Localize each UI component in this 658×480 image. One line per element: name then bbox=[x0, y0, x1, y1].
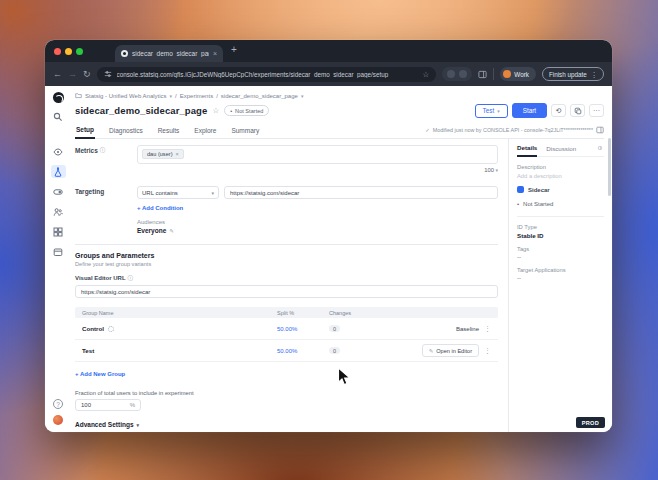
collapse-panel-icon[interactable] bbox=[596, 126, 604, 134]
tab-close-icon[interactable]: × bbox=[213, 50, 217, 57]
tab-diagnostics[interactable]: Diagnostics bbox=[108, 124, 144, 138]
tab-details[interactable]: Details bbox=[517, 144, 537, 157]
metrics-icon[interactable] bbox=[51, 225, 66, 238]
start-button[interactable]: Start bbox=[512, 103, 547, 118]
expand-panel-icon[interactable] bbox=[596, 146, 604, 154]
test-button[interactable]: Test ▾ bbox=[475, 104, 508, 118]
group-changes: 0 bbox=[329, 348, 387, 354]
more-options-button[interactable]: ··· bbox=[589, 104, 604, 117]
tab-results[interactable]: Results bbox=[157, 124, 181, 138]
modified-note-text: Modified just now by CONSOLE API - conso… bbox=[433, 127, 593, 133]
advanced-settings-toggle[interactable]: Advanced Settings ▾ bbox=[75, 421, 498, 428]
sidebar-status-label: Not Started bbox=[523, 201, 553, 207]
browser-tab[interactable]: sidecar_demo_sidecar_pag × bbox=[115, 45, 223, 62]
search-icon[interactable] bbox=[51, 110, 66, 123]
group-name-text: Test bbox=[82, 347, 94, 354]
statsig-favicon bbox=[121, 50, 128, 57]
tab-title: sidecar_demo_sidecar_pag bbox=[132, 50, 209, 57]
sidebar-tabs: Details Discussion bbox=[517, 144, 604, 157]
metrics-label-text: Metrics bbox=[75, 147, 98, 173]
metrics-label: Metrics ⓘ bbox=[75, 145, 137, 173]
breadcrumb-page[interactable]: sidecar_demo_sidecar_page bbox=[221, 93, 298, 99]
help-icon[interactable]: ? bbox=[53, 399, 63, 409]
metrics-count-select[interactable]: 100 ▾ bbox=[137, 167, 498, 173]
scrollbar-thumb[interactable] bbox=[608, 138, 611, 196]
close-window-button[interactable] bbox=[54, 48, 61, 55]
zoom-window-button[interactable] bbox=[76, 48, 83, 55]
id-type-value: Stable ID bbox=[517, 232, 604, 239]
catalog-icon[interactable] bbox=[51, 245, 66, 258]
condition-operator-select[interactable]: URL contains ▾ bbox=[137, 186, 219, 199]
advanced-settings-label: Advanced Settings bbox=[75, 421, 134, 428]
extension-icon-2[interactable] bbox=[459, 70, 467, 78]
tab-discussion[interactable]: Discussion bbox=[546, 145, 576, 156]
extension-icon-1[interactable] bbox=[447, 70, 455, 78]
description-placeholder[interactable]: Add a description bbox=[517, 173, 604, 179]
browser-menu-icon[interactable]: ⋮ bbox=[591, 71, 597, 78]
tag-chip[interactable]: Sidecar bbox=[517, 186, 604, 193]
site-info-icon[interactable] bbox=[104, 70, 112, 78]
audiences-label: Audiences bbox=[137, 219, 498, 225]
profile-chip[interactable]: Work bbox=[500, 67, 536, 81]
open-in-editor-button[interactable]: ✎ Open in Editor bbox=[422, 344, 479, 357]
visual-editor-url-label: Visual Editor URL ⓘ bbox=[75, 275, 498, 282]
add-new-group-link[interactable]: + Add New Group bbox=[75, 371, 498, 377]
experiments-icon[interactable] bbox=[51, 165, 66, 178]
tab-explore[interactable]: Explore bbox=[193, 124, 217, 138]
browser-window: sidecar_demo_sidecar_pag × + ← → ↻ conso… bbox=[45, 40, 612, 432]
chevron-down-icon: ▾ bbox=[301, 93, 304, 99]
sidebar-status: • Not Started bbox=[517, 201, 604, 207]
group-name: Control bbox=[82, 325, 277, 332]
row-menu-icon[interactable]: ⋮ bbox=[479, 347, 491, 355]
url-bar[interactable]: console.statsig.com/qfls.iGjcJDeWNg6UepC… bbox=[97, 67, 437, 82]
tag-icon bbox=[517, 186, 524, 193]
tab-summary[interactable]: Summary bbox=[230, 124, 260, 138]
open-in-editor-cell: ✎ Open in Editor bbox=[387, 344, 479, 357]
info-icon[interactable]: ⓘ bbox=[100, 147, 106, 173]
setup-main: Metrics ⓘ dau (user) × bbox=[71, 139, 508, 432]
breadcrumb-project[interactable]: Statsig - Unified Web Analytics bbox=[85, 93, 167, 99]
rail-bottom: ? bbox=[53, 399, 63, 425]
back-button[interactable]: ← bbox=[53, 70, 62, 79]
side-panel-icon[interactable] bbox=[478, 70, 487, 79]
row-menu-icon[interactable]: ⋮ bbox=[479, 325, 491, 333]
table-row-control: Control 50.00% 0 Baseline ⋮ bbox=[75, 318, 498, 340]
bookmark-star-icon[interactable]: ☆ bbox=[423, 70, 430, 79]
forward-button[interactable]: → bbox=[68, 70, 77, 79]
finish-update-button[interactable]: Finish update ⋮ bbox=[542, 67, 604, 81]
remove-metric-icon[interactable]: × bbox=[176, 151, 179, 157]
users-icon[interactable] bbox=[51, 205, 66, 218]
condition-value-input[interactable]: https://statsig.com/sidecar bbox=[224, 186, 498, 199]
user-avatar[interactable] bbox=[53, 415, 63, 425]
sidebar-divider bbox=[517, 216, 604, 217]
statsig-logo[interactable] bbox=[53, 92, 64, 103]
breadcrumb-separator: / bbox=[175, 93, 177, 99]
group-split[interactable]: 50.00% bbox=[277, 326, 329, 332]
finish-update-label: Finish update bbox=[549, 71, 587, 78]
history-button[interactable]: ⟲ bbox=[551, 104, 566, 117]
edit-audience-icon[interactable]: ✎ bbox=[169, 228, 174, 234]
status-label: Not Started bbox=[235, 108, 263, 114]
metric-chip[interactable]: dau (user) × bbox=[142, 149, 184, 159]
group-split[interactable]: 50.00% bbox=[277, 348, 329, 354]
add-condition-link[interactable]: + Add Condition bbox=[137, 205, 498, 211]
status-badge: • Not Started bbox=[224, 105, 269, 116]
favorite-star-icon[interactable]: ☆ bbox=[212, 106, 219, 115]
info-icon[interactable]: ⓘ bbox=[128, 275, 134, 282]
allocation-input[interactable]: 100 % bbox=[75, 399, 141, 411]
reload-button[interactable]: ↻ bbox=[83, 70, 91, 79]
group-name-text: Control bbox=[82, 325, 104, 332]
clone-button[interactable] bbox=[570, 104, 585, 117]
minimize-window-button[interactable] bbox=[65, 48, 72, 55]
groups-heading: Groups and Parameters bbox=[75, 252, 498, 259]
feature-gates-icon[interactable] bbox=[51, 185, 66, 198]
breadcrumb-experiments[interactable]: Experiments bbox=[180, 93, 213, 99]
statsig-console: ? Statsig - Unified Web Analytics ▾ / Ex… bbox=[45, 86, 612, 432]
tab-setup[interactable]: Setup bbox=[75, 123, 95, 139]
metrics-field: dau (user) × 100 ▾ bbox=[137, 145, 498, 173]
metrics-input[interactable]: dau (user) × bbox=[137, 145, 498, 164]
profile-avatar bbox=[503, 70, 511, 78]
overview-icon[interactable] bbox=[51, 145, 66, 158]
new-tab-button[interactable]: + bbox=[231, 44, 237, 55]
visual-editor-url-input[interactable]: https://statsig.com/sidecar bbox=[75, 285, 498, 298]
